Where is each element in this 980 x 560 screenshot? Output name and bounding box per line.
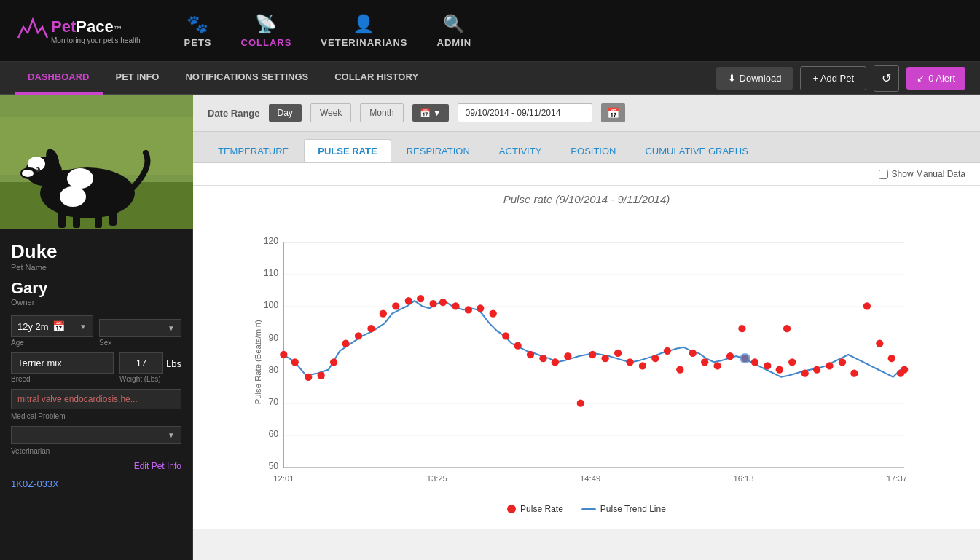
calendar-picker-button[interactable]: 📅 [601, 103, 625, 122]
arrow-icon: ↙ [917, 73, 925, 84]
svg-point-15 [60, 186, 86, 207]
svg-rect-13 [95, 208, 102, 228]
pulse-rate-chart: 120 110 100 90 80 70 60 50 Pulse Rate (B… [208, 213, 965, 497]
nav-link-collar-history[interactable]: COLLAR HISTORY [321, 62, 431, 95]
svg-point-61 [514, 342, 521, 350]
svg-point-42 [280, 351, 287, 358]
chart-area: Date Range Day Week Month 📅 ▼ 📅 TEMPERAT… [193, 95, 980, 560]
nav-link-dashboard[interactable]: DASHBOARD [15, 62, 103, 95]
tab-position[interactable]: POSITION [557, 139, 630, 162]
date-range-label: Date Range [208, 108, 260, 119]
veterinarians-icon: 👤 [353, 14, 375, 34]
nav-link-pet-info[interactable]: PET INFO [103, 62, 173, 95]
weight-field[interactable]: 17 [119, 352, 163, 374]
svg-point-70 [626, 358, 633, 366]
svg-point-76 [701, 358, 708, 366]
age-field[interactable]: 12y 2m 📅 ▼ [11, 315, 93, 337]
legend-trend-line: Pulse Trend Line [581, 504, 666, 514]
medical-problem-section: mitral valve endocardiosis,he... Medical… [11, 389, 181, 420]
svg-point-69 [614, 350, 622, 357]
svg-text:13:25: 13:25 [427, 474, 447, 483]
logo-icon [15, 12, 51, 49]
add-pet-button[interactable]: + Add Pet [800, 66, 866, 90]
svg-point-46 [330, 358, 337, 366]
svg-point-95 [901, 366, 908, 373]
download-button[interactable]: ⬇ Download [716, 67, 793, 90]
svg-text:70: 70 [268, 397, 278, 407]
vet-dropdown-arrow: ▼ [168, 431, 175, 439]
pet-photo [0, 95, 193, 229]
logo-name: PetPace™ [51, 17, 141, 36]
pet-name-label: Pet Name [11, 263, 181, 272]
owner-name: Gary [11, 279, 181, 298]
week-button[interactable]: Week [310, 103, 351, 122]
nav-item-collars[interactable]: 📡 COLLARS [241, 14, 292, 48]
svg-point-78 [726, 352, 734, 360]
svg-point-52 [405, 297, 412, 304]
date-range-bar: Date Range Day Week Month 📅 ▼ 📅 [193, 95, 980, 132]
breed-field[interactable]: Terrier mix [11, 352, 114, 374]
legend-dot-pulse [507, 505, 516, 513]
svg-point-75 [689, 350, 697, 357]
svg-point-49 [367, 325, 375, 332]
tab-respiration[interactable]: RESPIRATION [393, 139, 484, 162]
svg-point-89 [839, 358, 846, 366]
vet-select[interactable]: ▼ [11, 426, 181, 444]
svg-point-47 [342, 339, 349, 347]
svg-point-55 [439, 299, 447, 306]
calendar-dropdown-button[interactable]: 📅 ▼ [412, 104, 449, 122]
weight-label: Weight (Lbs) [119, 375, 163, 383]
sidebar: Duke Pet Name Gary Owner 12y 2m 📅 ▼ Age … [0, 95, 193, 560]
tab-activity[interactable]: ACTIVITY [485, 139, 556, 162]
svg-point-17 [36, 168, 38, 170]
owner-label: Owner [11, 298, 181, 307]
svg-point-44 [305, 374, 312, 381]
top-navigation: PetPace™ Monitoring your pet's health 🐾 … [0, 0, 980, 62]
svg-point-82 [764, 362, 771, 369]
day-button[interactable]: Day [269, 104, 302, 122]
nav-item-pets[interactable]: 🐾 PETS [184, 14, 212, 48]
svg-point-50 [380, 309, 387, 317]
pet-info-panel: Duke Pet Name Gary Owner 12y 2m 📅 ▼ Age … [0, 229, 192, 500]
svg-text:100: 100 [264, 300, 279, 310]
age-dropdown-arrow: ▼ [79, 323, 87, 331]
show-manual-data-label[interactable]: Show Manual Data [879, 169, 965, 179]
svg-point-72 [651, 355, 659, 362]
nav-item-veterinarians[interactable]: 👤 VETERINARIANS [321, 14, 407, 48]
nav-item-admin[interactable]: 🔍 ADMIN [437, 14, 472, 48]
show-manual-data-checkbox[interactable] [879, 170, 888, 179]
nav-items: 🐾 PETS 📡 COLLARS 👤 VETERINARIANS 🔍 ADMIN [184, 14, 472, 48]
svg-point-43 [291, 358, 299, 366]
veterinarian-section: ▼ Veterinarian [11, 426, 181, 455]
svg-point-9 [22, 170, 34, 177]
month-button[interactable]: Month [360, 103, 403, 122]
age-label: Age [11, 339, 93, 347]
svg-text:14:49: 14:49 [580, 474, 600, 483]
nav-label-collars: COLLARS [241, 37, 292, 48]
svg-point-56 [452, 302, 459, 309]
admin-icon: 🔍 [443, 14, 466, 34]
medical-problem-field[interactable]: mitral valve endocardiosis,he... [11, 389, 181, 409]
svg-point-60 [502, 332, 509, 339]
collar-id: 1K0Z-033X [11, 478, 181, 489]
tab-temperature[interactable]: TEMPERATURE [204, 139, 302, 162]
date-range-input[interactable] [458, 103, 592, 122]
svg-point-48 [355, 332, 362, 339]
svg-point-66 [577, 400, 584, 407]
edit-pet-info-link[interactable]: Edit Pet Info [11, 461, 181, 471]
svg-text:50: 50 [268, 461, 278, 471]
sex-field[interactable]: ▼ [99, 319, 181, 337]
svg-text:110: 110 [264, 268, 279, 278]
svg-point-88 [826, 362, 833, 369]
refresh-button[interactable]: ↺ [874, 65, 899, 92]
secondary-nav-actions: ⬇ Download + Add Pet ↺ ↙ 0 Alert [716, 65, 965, 92]
nav-link-notifications[interactable]: NOTIFICATIONS SETTINGS [172, 62, 321, 95]
dropdown-icon: ▼ [433, 108, 442, 118]
tab-pulse-rate[interactable]: PULSE RATE [304, 139, 391, 162]
legend-line-trend [581, 508, 596, 510]
breed-weight-row: Terrier mix Breed 17 Weight (Lbs) Lbs [11, 352, 181, 383]
svg-point-79 [738, 325, 745, 332]
svg-text:120: 120 [264, 236, 279, 246]
tab-cumulative-graphs[interactable]: CUMULATIVE GRAPHS [631, 139, 761, 162]
alert-button[interactable]: ↙ 0 Alert [906, 67, 965, 90]
